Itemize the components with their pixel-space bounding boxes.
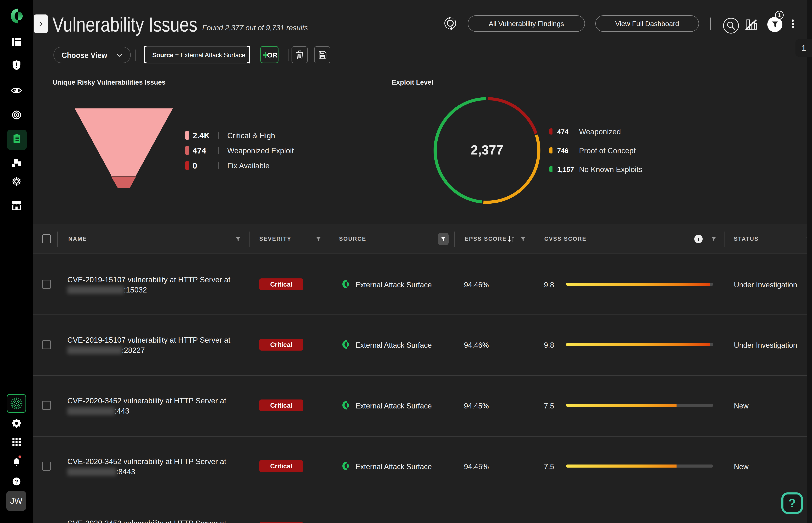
svg-text:?: ? [15,479,18,485]
